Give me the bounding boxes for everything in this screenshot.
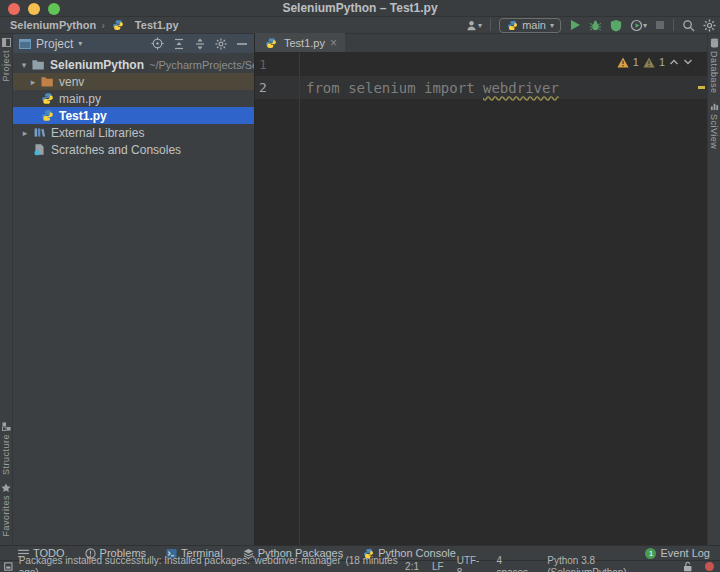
python-file-icon [263,36,279,50]
sciview-stripe-label: SciView [709,114,719,149]
run-configuration-name: main [522,19,546,31]
breadcrumb-project[interactable]: SeleniumPython [10,19,96,31]
weak-warning-icon [643,57,655,68]
status-left: Packages installed successfully: Install… [0,555,405,572]
tree-item-scratches[interactable]: Scratches and Consoles [13,141,254,158]
favorites-stripe-label: Favorites [1,495,11,537]
tool-window-structure-button[interactable]: Structure [1,418,11,479]
line-number: 2 [255,80,299,95]
tree-label: venv [59,75,84,89]
stop-button[interactable] [655,20,665,30]
interpreter-setting[interactable]: Python 3.8 (SeleniumPython) [547,555,670,572]
star-icon [1,483,11,492]
locate-file-button[interactable] [151,37,164,50]
python-file-icon [110,18,126,32]
breadcrumb-separator-icon: › [101,19,105,31]
code-with-me-users-button[interactable]: ▾ [465,19,482,32]
tool-window-switcher-icon[interactable] [4,562,13,571]
file-encoding[interactable]: UTF-8 [457,555,484,572]
status-message[interactable]: Packages installed successfully: Install… [19,555,405,572]
structure-tool-icon [2,422,11,431]
run-configuration-selector[interactable]: main ▾ [499,18,561,33]
database-icon [710,38,719,48]
run-with-coverage-button[interactable] [610,19,622,32]
window-title: SeleniumPython – Test1.py [282,1,437,15]
tree-label: Scratches and Consoles [51,143,181,157]
line-number: 1 [255,57,299,72]
warning-icon [617,57,629,68]
tree-item-venv[interactable]: ▸ venv [13,73,254,90]
inspection-widget[interactable]: 1 1 [617,56,693,68]
editor-line-2[interactable]: 2 from selenium import webdriver [255,76,707,99]
gutter-separator [299,53,300,545]
hide-panel-button[interactable] [236,38,248,50]
line-separator[interactable]: LF [432,561,444,572]
chevron-down-icon[interactable]: ▾ [18,60,30,70]
database-stripe-label: Database [709,51,719,94]
indent-setting[interactable]: 4 spaces [496,555,534,572]
chevron-right-icon[interactable]: ▸ [27,77,39,87]
tree-item-test1-py[interactable]: Test1.py [13,107,254,124]
settings-gear-icon[interactable] [703,19,716,32]
lock-icon[interactable] [683,561,692,572]
profiler-button[interactable]: ▾ [630,19,647,32]
tree-label: main.py [59,92,101,106]
run-button[interactable] [569,19,581,31]
zoom-window-button[interactable] [48,3,60,15]
project-tree: ▾ SeleniumPython ~/PycharmProjects/Selen… [13,53,255,545]
error-stripe-mark[interactable] [698,86,705,89]
content-row: ▾ SeleniumPython ~/PycharmProjects/Selen… [13,53,707,545]
excluded-folder-icon [39,75,55,89]
status-right: 2:1 LF UTF-8 4 spaces Python 3.8 (Seleni… [405,555,720,572]
tree-root-path: ~/PycharmProjects/SeleniumPython [149,59,254,71]
previous-problem-icon[interactable] [669,58,679,66]
debug-button[interactable] [589,19,602,32]
chevron-down-icon: ▾ [643,21,647,30]
center-area: Project ▾ Test1.py [13,34,707,545]
breadcrumb-file[interactable]: Test1.py [135,19,179,31]
collapse-all-button[interactable] [194,38,206,50]
highlighting-level-icon[interactable] [705,562,714,571]
toolbar-separator [673,19,674,31]
folder-icon [30,58,46,72]
warning-count: 1 [633,56,639,68]
tree-label: External Libraries [51,126,144,140]
tool-window-database-button[interactable]: Database [709,34,719,98]
project-tool-icon [2,38,11,47]
project-panel-title[interactable]: Project [36,37,73,51]
sciview-icon [710,102,719,111]
tree-item-root[interactable]: ▾ SeleniumPython ~/PycharmProjects/Selen… [13,56,254,73]
libraries-icon [31,126,47,140]
chevron-down-icon: ▾ [478,21,482,30]
search-everywhere-icon[interactable] [682,19,695,32]
python-logo-icon [506,18,518,32]
chevron-right-icon[interactable]: ▸ [19,128,31,138]
workspace: Project Structure Favorites Project ▾ [0,34,720,545]
code-import-statement: from selenium import [306,80,483,96]
expand-all-button[interactable] [173,38,185,50]
project-panel-header: Project ▾ [13,34,255,53]
next-problem-icon[interactable] [683,58,693,66]
tool-window-favorites-button[interactable]: Favorites [1,479,11,541]
tab-label: Test1.py [284,37,325,49]
tool-window-project-button[interactable]: Project [1,34,11,86]
weak-warning-count: 1 [659,56,665,68]
tree-item-main-py[interactable]: main.py [13,90,254,107]
tab-close-icon[interactable]: × [330,37,337,49]
minimize-window-button[interactable] [28,3,40,15]
editor-tab-test1[interactable]: Test1.py × [255,33,345,52]
code-text: from selenium import webdriver [299,80,559,96]
tree-root-label: SeleniumPython [50,58,144,72]
close-window-button[interactable] [8,3,20,15]
code-editor[interactable]: 1 2 from selenium import webdriver 1 1 [255,53,707,545]
chevron-down-icon: ▾ [78,39,82,48]
left-stripe-bottom: Structure Favorites [1,418,11,545]
panel-settings-gear-icon[interactable] [215,38,227,50]
head-row: Project ▾ Test1.py [13,34,707,53]
caret-position[interactable]: 2:1 [405,561,419,572]
tree-item-external-libraries[interactable]: ▸ External Libraries [13,124,254,141]
project-stripe-label: Project [1,50,11,82]
chevron-down-icon: ▾ [550,21,554,30]
tool-window-sciview-button[interactable]: SciView [709,98,719,153]
title-bar: SeleniumPython – Test1.py [0,0,720,17]
